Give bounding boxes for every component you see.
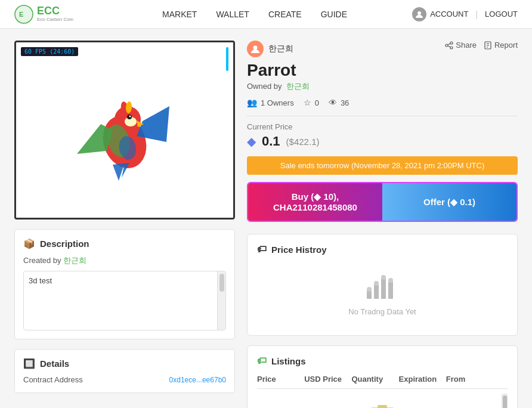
nav-guide[interactable]: GUIDE xyxy=(321,7,347,21)
svg-point-30 xyxy=(367,287,372,292)
col-from: From xyxy=(446,375,493,384)
nft-stats: 👥 1 Owners ☆ 0 👁 36 xyxy=(247,98,518,107)
action-buttons: Share Report xyxy=(445,41,518,50)
svg-point-18 xyxy=(446,44,448,47)
logo-ecc-label: ECC xyxy=(37,5,73,17)
listings-table-header: Price USD Price Quantity Expiration From xyxy=(257,375,508,389)
logo-icon: E xyxy=(14,5,33,24)
svg-point-33 xyxy=(388,278,393,283)
owner-link[interactable]: 한근희 xyxy=(286,82,310,91)
share-button[interactable]: Share xyxy=(445,41,477,50)
svg-rect-28 xyxy=(381,279,386,299)
price-usd: ($422.1) xyxy=(286,137,320,147)
nav-market[interactable]: MARKET xyxy=(162,7,197,21)
logo-text: ECC Eco Carbon Coin xyxy=(37,5,73,23)
svg-point-2 xyxy=(417,11,421,15)
chart-icon xyxy=(364,273,400,302)
description-scrollbar[interactable] xyxy=(217,271,225,330)
views-icon: 👁 xyxy=(329,98,337,107)
listings-title: Listings xyxy=(271,356,306,366)
svg-text:E: E xyxy=(19,11,23,18)
user-avatar xyxy=(247,41,264,57)
favorites-count: 0 xyxy=(315,98,319,107)
svg-point-11 xyxy=(129,116,131,118)
logout-button[interactable]: LOGOUT xyxy=(485,10,518,18)
contract-address-row: Contract Address 0xd1ece...ee67b0 xyxy=(23,375,226,384)
listings-icon: 🏷 xyxy=(257,356,267,366)
svg-point-16 xyxy=(253,46,258,50)
left-panel: 60 FPS (24:60) xyxy=(14,41,235,408)
svg-marker-6 xyxy=(113,163,129,181)
sale-banner: Sale ends tomorrow (November 28, 2021 pm… xyxy=(247,156,518,175)
col-quantity: Quantity xyxy=(351,375,398,384)
description-section: 📦 Description Created by 한근희 3d test xyxy=(14,229,235,339)
col-scrollbar-placeholder xyxy=(493,375,508,384)
owners-icon: 👥 xyxy=(247,98,257,107)
description-title: 📦 Description xyxy=(23,238,226,249)
buy-offer-row: Buy (◆ 10), CHA2110281458080 Offer (◆ 0.… xyxy=(247,182,518,222)
price-eth: 0.1 xyxy=(262,134,280,149)
offer-button[interactable]: Offer (◆ 0.1) xyxy=(382,183,516,221)
report-button[interactable]: Report xyxy=(484,41,518,50)
svg-point-31 xyxy=(374,281,379,286)
price-history-icon: 🏷 xyxy=(257,244,267,255)
right-panel: 한근희 Share Report Parrot Owned by 한근희 � xyxy=(247,41,518,408)
price-row: ◆ 0.1 ($422.1) xyxy=(247,134,518,149)
svg-point-32 xyxy=(381,275,386,280)
col-usd-price: USD Price xyxy=(304,375,351,384)
account-button[interactable]: ACCOUNT xyxy=(412,7,468,21)
clipboard-icon xyxy=(367,403,397,408)
logo[interactable]: E ECC Eco Carbon Coin xyxy=(14,5,73,24)
svg-line-20 xyxy=(448,44,450,45)
scrollbar-thumb xyxy=(219,274,224,292)
nft-owned: Owned by 한근희 xyxy=(247,81,518,92)
col-expiration: Expiration xyxy=(399,375,446,384)
header: E ECC Eco Carbon Coin MARKET WALLET CREA… xyxy=(0,0,532,29)
svg-point-0 xyxy=(15,5,33,23)
listings-scrollbar[interactable] xyxy=(502,394,508,408)
buy-button[interactable]: Buy (◆ 10), CHA2110281458080 xyxy=(248,183,382,221)
created-by: Created by 한근희 xyxy=(23,255,226,266)
parrot-image xyxy=(65,76,184,184)
nft-viewer: 60 FPS (24:60) xyxy=(14,41,235,220)
nft-title: Parrot xyxy=(247,61,518,80)
creator-link[interactable]: 한근희 xyxy=(63,256,86,265)
contract-address-label: Contract Address xyxy=(23,375,83,384)
nav-create[interactable]: CREATE xyxy=(268,7,302,21)
owners-count: 1 Owners xyxy=(261,98,294,107)
details-title: 🔲 Details xyxy=(23,358,226,369)
header-divider: | xyxy=(475,10,478,19)
nav-wallet[interactable]: WALLET xyxy=(216,7,249,21)
svg-rect-35 xyxy=(378,405,387,408)
listings-section: 🏷 Listings Price USD Price Quantity Expi… xyxy=(247,345,518,408)
description-icon: 📦 xyxy=(23,238,35,249)
account-label: ACCOUNT xyxy=(430,10,468,18)
price-history-title: Price Histroy xyxy=(271,245,327,255)
favorites-stat: ☆ 0 xyxy=(304,98,319,107)
listings-scroll-thumb xyxy=(503,395,507,408)
header-right: ACCOUNT | LOGOUT xyxy=(412,7,518,21)
fps-badge: 60 FPS (24:60) xyxy=(21,47,78,56)
eth-icon: ◆ xyxy=(247,134,256,149)
details-section: 🔲 Details Contract Address 0xd1ece...ee6… xyxy=(14,349,235,393)
contract-address-value[interactable]: 0xd1ece...ee67b0 xyxy=(169,376,226,384)
user-info: 한근희 xyxy=(247,41,293,57)
listings-header: 🏷 Listings xyxy=(257,356,508,366)
stats-divider xyxy=(247,116,518,116)
views-stat: 👁 36 xyxy=(329,98,349,107)
svg-point-19 xyxy=(450,47,453,49)
logo-sub-label: Eco Carbon Coin xyxy=(37,17,73,23)
svg-point-17 xyxy=(450,42,453,44)
price-label: Current Price xyxy=(247,122,518,131)
svg-rect-27 xyxy=(374,285,379,299)
svg-line-21 xyxy=(448,46,450,47)
svg-rect-29 xyxy=(388,282,393,299)
owners-stat: 👥 1 Owners xyxy=(247,98,294,107)
nft-header: 한근희 Share Report xyxy=(247,41,518,57)
account-icon xyxy=(412,7,426,21)
price-history-no-data-text: No Tradng Data Yet xyxy=(348,307,416,316)
fps-bar xyxy=(226,47,228,71)
listings-body: No Tradng Data Yet xyxy=(257,394,508,408)
parrot-area xyxy=(16,42,233,218)
main-nav: MARKET WALLET CREATE GUIDE xyxy=(97,7,412,21)
